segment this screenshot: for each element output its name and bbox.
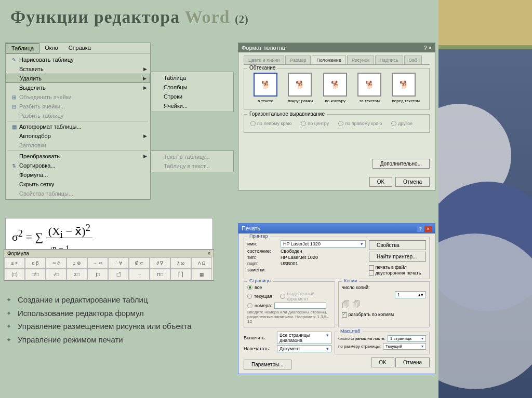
- scale-to-size-select[interactable]: Текущий: [383, 343, 426, 350]
- menu-item[interactable]: ✎Нарисовать таблицу: [6, 55, 150, 64]
- collate-icon: 🗐 🗐: [342, 300, 426, 310]
- formula-btn[interactable]: λ ω: [170, 257, 191, 269]
- format-tab[interactable]: Положение: [312, 56, 346, 64]
- copies-spinner[interactable]: 1▴▾: [395, 291, 426, 298]
- bullet-item: Использование редактора формул: [6, 307, 230, 320]
- collate-checkbox[interactable]: [342, 312, 347, 318]
- print-what-select[interactable]: Документ: [277, 345, 331, 352]
- formula-btn[interactable]: →: [129, 269, 150, 280]
- menu-item[interactable]: Автоподбор▶: [6, 131, 150, 141]
- submenu-item[interactable]: Текст в таблицу...: [151, 152, 233, 161]
- close-icon[interactable]: ? ×: [423, 45, 432, 51]
- menu-item[interactable]: Заголовки: [6, 141, 150, 150]
- page-numbers-input[interactable]: [274, 303, 326, 309]
- cancel-button[interactable]: Отмена: [395, 177, 430, 187]
- formula-btn[interactable]: Σ□: [66, 269, 87, 280]
- bullet-item: Создание и редактирование таблиц: [6, 293, 230, 307]
- properties-button[interactable]: Свойства: [369, 240, 426, 250]
- formula-btn[interactable]: Π□: [150, 269, 170, 280]
- close-icon[interactable]: ×: [207, 251, 210, 256]
- print-to-file-checkbox[interactable]: [369, 265, 374, 270]
- submenu-item[interactable]: Таблица: [151, 73, 233, 83]
- help-icon[interactable]: ?: [417, 226, 424, 232]
- formula-btn[interactable]: □̄: [108, 269, 129, 280]
- wrap-option[interactable]: 🐕: [288, 73, 312, 97]
- format-tab[interactable]: Рисунок: [347, 56, 374, 64]
- bullet-item: Управление размещением рисунка или объек…: [6, 320, 230, 333]
- align-radio[interactable]: по левому краю: [250, 121, 291, 126]
- decorative-wave-panel: [438, 0, 532, 398]
- formula-btn[interactable]: α β: [25, 257, 46, 269]
- close-icon[interactable]: ×: [424, 226, 432, 232]
- menu-item[interactable]: Удалить▶: [6, 74, 150, 83]
- formula-btn[interactable]: ∉ ⊂: [129, 257, 150, 269]
- pages-numbers-radio[interactable]: [247, 303, 252, 308]
- menubar-help[interactable]: Справка: [63, 43, 96, 53]
- pages-current-radio[interactable]: [247, 294, 252, 299]
- align-radio[interactable]: по правому краю: [338, 121, 382, 126]
- format-tab[interactable]: Веб: [404, 56, 422, 64]
- delete-submenu: ТаблицаСтолбцыСтрокиЯчейки...: [151, 72, 234, 112]
- wrap-option[interactable]: 🐕: [254, 73, 277, 97]
- wrap-option[interactable]: 🐕: [323, 73, 347, 97]
- duplex-checkbox[interactable]: [369, 270, 374, 276]
- menu-item[interactable]: ⊞Объединить ячейки: [6, 92, 150, 102]
- menu-item[interactable]: Разбить таблицу: [6, 111, 150, 120]
- dialog-title: Печать: [242, 225, 260, 232]
- align-radio[interactable]: другое: [391, 121, 413, 126]
- formula-btn[interactable]: ≤ ≠: [4, 257, 25, 269]
- formula-btn[interactable]: ▦: [191, 269, 212, 280]
- pages-per-sheet-select[interactable]: 1 страница: [388, 335, 426, 342]
- formula-btn[interactable]: → ⇔: [87, 257, 108, 269]
- cancel-button[interactable]: Отмена: [395, 358, 430, 367]
- ok-button[interactable]: OK: [369, 177, 392, 187]
- printer-select[interactable]: HP LaserJet 1020: [281, 240, 366, 248]
- formula-btn[interactable]: Λ Ω: [191, 257, 212, 269]
- table-menu-panel: Таблица Окно Справка ✎Нарисовать таблицу…: [5, 43, 151, 200]
- parameters-button[interactable]: Параметры...: [244, 360, 291, 369]
- formula-toolbar: Формула× ≤ ≠α β∞ ∂± ⊗→ ⇔∴ ∀∉ ⊂∂ ∇λ ωΛ Ω …: [4, 249, 214, 281]
- submenu-item[interactable]: Строки: [151, 92, 233, 101]
- menubar-window[interactable]: Окно: [39, 43, 63, 53]
- include-select[interactable]: Все страницы диапазона: [277, 332, 331, 344]
- submenu-item[interactable]: Столбцы: [151, 83, 233, 92]
- align-radio[interactable]: по центру: [301, 121, 329, 126]
- pages-all-radio[interactable]: [247, 285, 252, 290]
- formula-btn[interactable]: □/□: [25, 269, 46, 280]
- formula-btn[interactable]: ± ⊗: [66, 257, 87, 269]
- submenu-item[interactable]: Ячейки...: [151, 101, 233, 111]
- submenu-item[interactable]: Таблицу в текст...: [151, 161, 233, 171]
- menu-item[interactable]: Формула...: [6, 170, 150, 180]
- ok-button[interactable]: OK: [371, 358, 394, 367]
- format-tab[interactable]: Размер: [285, 56, 311, 64]
- bullet-item: Управление режимом печати: [6, 333, 230, 347]
- wrap-option[interactable]: 🐕: [357, 73, 381, 97]
- menu-item[interactable]: Вставить▶: [6, 64, 150, 74]
- formula-btn[interactable]: ∫□: [87, 269, 108, 280]
- formula-btn[interactable]: √□: [46, 269, 66, 280]
- additional-button[interactable]: Дополнительно...: [373, 159, 430, 169]
- format-canvas-dialog: Формат полотна ? × Цвета и линииРазмерПо…: [238, 43, 435, 190]
- menu-item[interactable]: Преобразовать▶: [6, 152, 150, 161]
- menu-item[interactable]: Скрыть сетку: [6, 180, 150, 189]
- format-tab[interactable]: Надпись: [375, 56, 403, 64]
- dialog-title: Формат полотна: [242, 45, 285, 51]
- formula-btn[interactable]: (□): [4, 269, 25, 280]
- feature-bullets: Создание и редактирование таблицИспользо…: [6, 293, 230, 346]
- wrap-option[interactable]: 🐕: [392, 73, 416, 97]
- menubar-table[interactable]: Таблица: [6, 43, 39, 53]
- format-tab[interactable]: Цвета и линии: [244, 56, 284, 64]
- find-printer-button[interactable]: Найти принтер...: [369, 252, 426, 262]
- menu-item[interactable]: Свойства таблицы...: [6, 189, 150, 198]
- formula-btn[interactable]: ∂ ∇: [150, 257, 170, 269]
- menu-item[interactable]: Выделить▶: [6, 83, 150, 92]
- menubar: Таблица Окно Справка: [6, 43, 150, 54]
- convert-submenu: Текст в таблицу...Таблицу в текст...: [151, 150, 234, 172]
- menu-item[interactable]: ⇅Сортировка...: [6, 161, 150, 170]
- formula-btn[interactable]: ∞ ∂: [46, 257, 66, 269]
- menu-item[interactable]: ▦Автоформат таблицы...: [6, 122, 150, 131]
- menu-item[interactable]: ⊟Разбить ячейки...: [6, 102, 150, 111]
- print-dialog: Печать ?× Принтер имя:HP LaserJet 1020 с…: [238, 223, 435, 374]
- formula-btn[interactable]: ∴ ∀: [108, 257, 129, 269]
- formula-btn[interactable]: ⎡⎤: [170, 269, 191, 280]
